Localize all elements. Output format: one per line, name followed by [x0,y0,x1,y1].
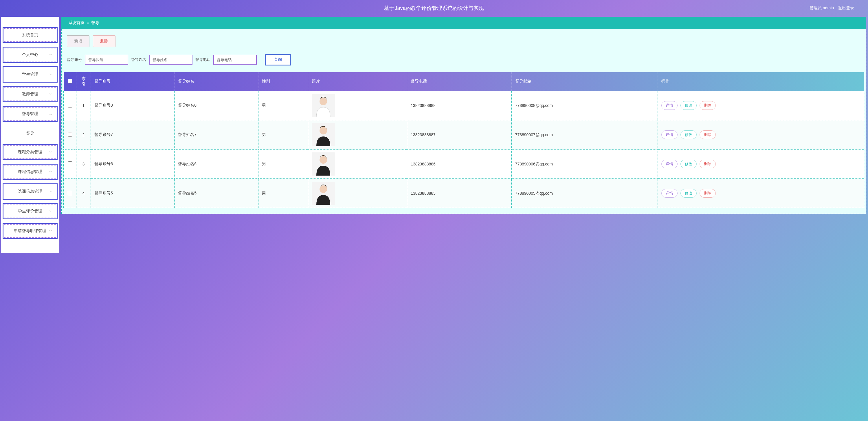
avatar [312,123,335,146]
chevron-down-icon: ﹀ [49,170,52,174]
detail-button[interactable]: 详情 [661,131,678,139]
detail-button[interactable]: 详情 [661,101,678,110]
nav-apply-supervise[interactable]: 申请督导听课管理 ﹀ [4,224,56,237]
cell-photo [308,120,407,149]
nav-label: 选课信息管理 [18,189,42,194]
cell-email: 773890008@qq.com [512,91,658,120]
cell-email: 773890007@qq.com [512,120,658,149]
chevron-down-icon: ﹀ [49,150,52,155]
row-checkbox[interactable] [68,161,72,166]
cell-account: 督导账号8 [91,91,175,120]
svg-point-1 [319,97,327,105]
cell-photo [308,179,407,208]
top-header: 基于Java的教学评价管理系统的设计与实现 管理员 admin 退出登录 [2,1,866,15]
search-label-account: 督导账号 [67,57,82,62]
cell-photo [308,91,407,120]
cell-ops: 详情 修改 删除 [658,179,864,208]
avatar [312,152,335,176]
search-input-name[interactable] [149,55,192,65]
edit-button[interactable]: 修改 [680,160,696,168]
chevron-down-icon: ﹀ [49,190,52,194]
cell-name: 督导姓名6 [175,149,258,179]
cell-phone: 13823888888 [407,91,512,120]
cell-index: 1 [76,91,91,120]
col-photo: 照片 [308,72,407,91]
cell-ops: 详情 修改 删除 [658,149,864,179]
cell-phone: 13823888885 [407,179,512,208]
row-checkbox[interactable] [68,132,72,137]
nav-supervisor[interactable]: 督导管理 ︿ [4,107,56,120]
svg-point-5 [319,156,327,164]
table-row: 1 督导账号8 督导姓名8 男 13823888888 773890008@qq… [64,91,864,120]
search-label-phone: 督导电话 [195,57,210,62]
cell-phone: 13823888887 [407,120,512,149]
row-delete-button[interactable]: 删除 [700,131,716,139]
search-input-account[interactable] [85,55,128,65]
nav-supervisor-sub[interactable]: 督导 [4,127,56,140]
user-role[interactable]: 管理员 admin [809,5,834,10]
col-phone: 督导电话 [407,72,512,91]
edit-button[interactable]: 修改 [680,101,696,110]
chevron-down-icon: ﹀ [49,73,52,77]
chevron-down-icon: ﹀ [49,92,52,96]
detail-button[interactable]: 详情 [661,189,678,198]
breadcrumb-current: 督导 [91,20,99,26]
nav-home[interactable]: 系统首页 [4,28,56,42]
col-email: 督导邮箱 [512,72,658,91]
chevron-down-icon: ﹀ [49,209,52,214]
nav-student[interactable]: 学生管理 ﹀ [4,68,56,81]
chevron-down-icon: ﹀ [49,229,52,233]
cell-account: 督导账号5 [91,179,175,208]
svg-point-7 [319,186,327,193]
cell-ops: 详情 修改 删除 [658,120,864,149]
col-account: 督导账号 [91,72,175,91]
search-button[interactable]: 查询 [265,54,291,65]
nav-course-cat[interactable]: 课程分类管理 ﹀ [4,145,56,159]
col-name: 督导姓名 [175,72,258,91]
row-delete-button[interactable]: 删除 [700,101,716,110]
edit-button[interactable]: 修改 [680,189,696,198]
cell-phone: 13823888886 [407,149,512,179]
nav-course-info[interactable]: 课程信息管理 ﹀ [4,165,56,178]
cell-index: 4 [76,179,91,208]
app-title: 基于Java的教学评价管理系统的设计与实现 [384,5,484,11]
col-ops: 操作 [658,72,864,91]
edit-button[interactable]: 修改 [680,131,696,139]
nav-label: 学生管理 [22,72,38,77]
col-gender: 性别 [258,72,308,91]
row-delete-button[interactable]: 删除 [700,189,716,198]
cell-name: 督导姓名5 [175,179,258,208]
delete-button[interactable]: 删除 [93,35,116,47]
cell-name: 督导姓名8 [175,91,258,120]
cell-index: 3 [76,149,91,179]
nav-label: 督导管理 [22,111,38,116]
nav-label: 学生评价管理 [18,208,42,214]
row-checkbox[interactable] [68,191,72,195]
search-label-name: 督导姓名 [131,57,146,62]
breadcrumb: 系统首页 ≡ 督导 [61,17,866,29]
chevron-down-icon: ﹀ [49,53,52,57]
cell-gender: 男 [258,179,308,208]
nav-student-eval[interactable]: 学生评价管理 ﹀ [4,204,56,218]
nav-teacher[interactable]: 教师管理 ﹀ [4,87,56,101]
nav-label: 课程分类管理 [18,149,42,155]
search-input-phone[interactable] [213,55,257,65]
data-table: 索引 督导账号 督导姓名 性别 照片 督导电话 督导邮箱 操作 1 督导账号8 … [63,72,864,208]
chevron-up-icon: ︿ [49,112,52,116]
add-button[interactable]: 新增 [67,35,89,47]
logout-link[interactable]: 退出登录 [838,5,854,10]
table-row: 4 督导账号5 督导姓名5 男 13823888885 773890005@qq… [64,179,864,208]
row-checkbox[interactable] [68,103,72,108]
nav-personal[interactable]: 个人中心 ﹀ [4,48,56,61]
breadcrumb-home[interactable]: 系统首页 [68,20,85,26]
row-delete-button[interactable]: 删除 [700,160,716,168]
detail-button[interactable]: 详情 [661,160,678,168]
cell-name: 督导姓名7 [175,120,258,149]
table-row: 2 督导账号7 督导姓名7 男 13823888887 773890007@qq… [64,120,864,149]
select-all-checkbox[interactable] [68,79,72,83]
nav-select-course[interactable]: 选课信息管理 ﹀ [4,185,56,198]
cell-gender: 男 [258,149,308,179]
sidebar: 系统首页 个人中心 ﹀ 学生管理 ﹀ 教师管理 ﹀ 督导管理 ︿ 督导 课程分类… [1,17,59,253]
nav-label: 系统首页 [22,32,38,38]
cell-account: 督导账号6 [91,149,175,179]
